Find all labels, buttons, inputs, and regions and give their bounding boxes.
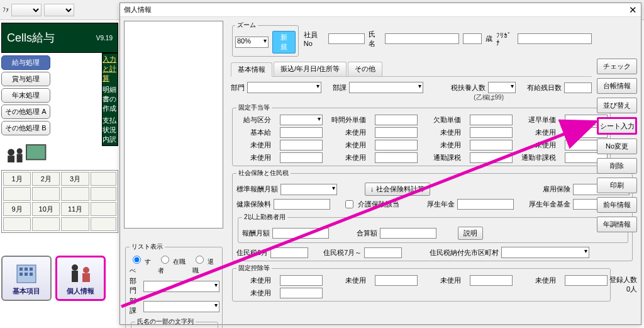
emp-no-input[interactable] [328,33,365,44]
tsukin-kazei-input[interactable] [470,152,513,163]
btn-sort[interactable]: 並び替え [597,98,637,113]
age-input[interactable] [463,33,482,44]
yukyu-input[interactable] [564,82,592,93]
ni-legend: 2以上勤務者用 [242,213,287,222]
btn-prev-year[interactable]: 前年情報 [597,197,637,213]
kaigo-check[interactable] [345,200,353,208]
month-cell[interactable] [91,187,116,201]
link-input-calc[interactable]: 入力と計算 [103,55,118,83]
kk-1[interactable] [280,275,323,286]
btn-daicho[interactable]: 台帳情報 [597,78,637,94]
side-tab-nenmatsu[interactable]: 年末処理 [1,88,50,103]
busho-select[interactable] [349,82,423,93]
personal-info-dialog: 個人情報 ✕ リスト表示 すべ 在職者 退職 部門 部課 氏名の一部の文字列 検… [119,3,641,325]
tab-other[interactable]: その他 [348,62,382,76]
list-filter-legend: リスト表示 [130,242,165,251]
month-cell[interactable]: 2月 [32,172,60,186]
side-tab-other-a[interactable]: その他処理 A [1,105,50,119]
btn-check[interactable]: チェック [597,59,637,74]
month-cell[interactable] [61,187,89,201]
tab-label: ﾌｧ [3,6,9,13]
btn-no-change[interactable]: No変更 [597,139,637,154]
brand-name: Cells給与 [7,30,55,45]
fuyou-note: (乙欄は99) [474,93,504,102]
tab-furikomi[interactable]: 振込/年月日/住所等 [274,62,347,76]
month-cell[interactable]: 10月 [32,202,60,216]
month-cell[interactable] [61,217,89,231]
name-input[interactable] [385,33,459,44]
keisan-button[interactable]: ↓ 社会保険料計算 [365,183,430,196]
month-cell[interactable] [91,202,116,216]
k-c1[interactable] [470,127,513,138]
month-cell[interactable] [32,187,60,201]
btn-basic[interactable]: 基本項目 [1,256,52,301]
zoom-legend: ズーム [235,21,258,30]
kk-3[interactable] [470,275,513,286]
bumon-select[interactable] [247,82,321,93]
big-button-row: 基本項目 個人情報 [1,256,118,301]
jikangai-input[interactable] [375,115,418,125]
new-button[interactable]: 新規 [272,31,296,54]
close-icon[interactable]: ✕ [629,4,637,16]
month-cell[interactable] [3,187,31,201]
kihonkyu-input[interactable] [280,127,323,138]
kekkin-input[interactable] [470,115,513,125]
btn-print[interactable]: 印刷 [597,178,637,193]
ju-city-select[interactable] [501,247,589,258]
radio-tai[interactable]: 退職 [192,254,219,275]
setsumei-button[interactable]: 説明 [458,227,483,240]
kousei-input[interactable] [457,199,514,210]
ju6-input[interactable] [270,247,308,258]
side-tab-other-b[interactable]: その他処理 B [1,121,50,135]
building-icon [13,261,40,284]
fuyou-select[interactable] [488,82,516,93]
kk-2[interactable] [375,275,418,286]
svg-point-13 [72,264,78,271]
k-a3[interactable] [280,152,323,163]
ribbon-combo-1[interactable] [11,4,42,16]
k-b3[interactable] [375,152,418,163]
radio-all[interactable]: すべ [130,254,157,275]
kenko-input[interactable] [274,199,330,210]
zoom-select[interactable]: 80% [235,37,269,48]
btn-delete[interactable]: 削除 [597,158,637,174]
side-tab-kyuyo[interactable]: 給与処理 [1,55,50,70]
k-b1[interactable] [375,127,418,138]
gassan-input[interactable] [380,228,436,239]
shakai-legend: 社会保険と住民税 [236,169,291,178]
svg-rect-7 [19,268,23,271]
link-meisai[interactable]: 明細書の作成 [103,85,118,113]
link-shiharai[interactable]: 支払状況内訳 [103,116,118,144]
ju7-input[interactable] [364,247,402,258]
kk-5[interactable] [280,288,323,298]
tab-basic[interactable]: 基本情報 [231,62,272,77]
month-cell[interactable] [32,217,60,231]
month-cell[interactable]: 3月 [61,172,89,186]
shakai-fieldset: 社会保険と住民税 標準報酬月額 ↓ 社会保険料計算 雇用保険 健康保険料 介護保… [232,169,633,261]
k-b2[interactable] [375,140,418,150]
radio-zai[interactable]: 在職者 [158,254,191,275]
month-cell[interactable] [91,217,116,231]
btn-sheet-input[interactable]: シート入力 [597,117,637,135]
side-tab-shoyo[interactable]: 賞与処理 [1,72,50,86]
filter-busho-select[interactable] [143,301,219,312]
btn-nencho[interactable]: 年調情報 [597,217,637,232]
hoshu-input[interactable] [272,228,329,239]
kotei-fieldset: 固定手当等 給与区分 時間外単価 欠勤単価 遅早単価 基本給 未使用 未使用 未… [232,103,611,166]
month-cell[interactable] [91,172,116,186]
kyuyo-kubun-select[interactable] [280,115,323,125]
ribbon-combo-2[interactable] [44,4,74,16]
month-cell[interactable]: 11月 [61,202,89,216]
preview-list[interactable] [124,21,223,229]
month-cell[interactable]: 9月 [3,202,31,216]
k-a2[interactable] [280,140,323,150]
kana-input[interactable] [518,33,592,44]
fuyou-label: 税扶養人数 [451,83,486,93]
filter-bumon-select[interactable] [143,281,219,292]
hyojun-select[interactable] [280,184,337,195]
k-c2[interactable] [470,140,513,150]
btn-person[interactable]: 個人情報 [55,256,106,301]
yukyu-label: 有給残日数 [527,83,562,93]
month-cell[interactable]: 1月 [3,172,31,186]
month-cell[interactable] [3,217,31,231]
